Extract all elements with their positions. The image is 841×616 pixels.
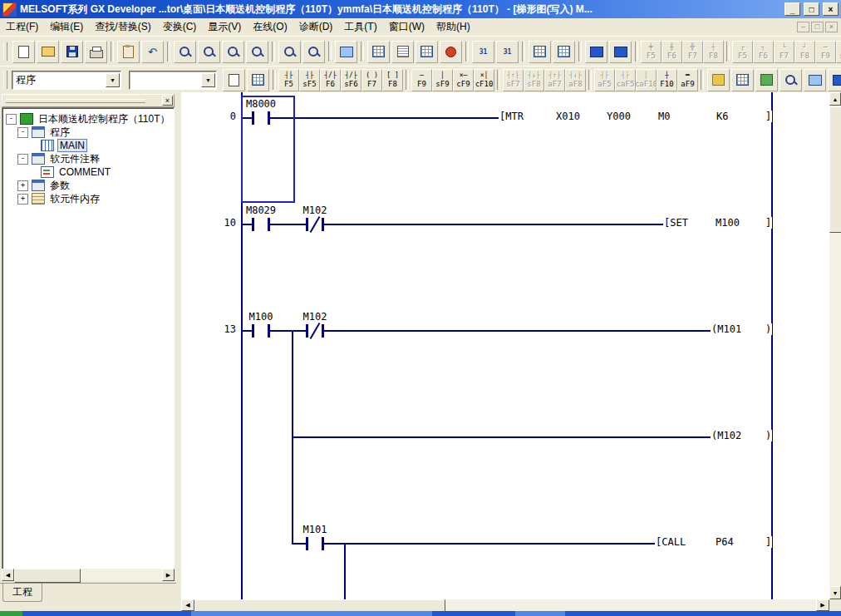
save-project-button[interactable] (61, 41, 83, 63)
menu-online[interactable]: 在线(O) (247, 18, 293, 36)
find-string-button[interactable] (222, 41, 244, 63)
convert-operation-button[interactable]: ┤├caF5 (615, 69, 636, 91)
scroll-down-icon[interactable]: ▼ (829, 586, 841, 599)
vertical-line-button[interactable]: │sF9 (432, 69, 453, 91)
menu-find-replace[interactable]: 查找/替换(S) (89, 18, 156, 36)
find-instruction-button[interactable] (198, 41, 220, 63)
minimize-button[interactable]: _ (784, 2, 800, 16)
expander-minus-icon[interactable]: - (17, 154, 28, 165)
device-display-button[interactable] (553, 41, 575, 63)
operand-x010[interactable]: X010 (555, 111, 581, 122)
close-button[interactable]: × (823, 2, 839, 16)
tree-item-device-memory[interactable]: 软元件内存 (48, 192, 101, 206)
parallel-open-contact-button[interactable]: ┤├sF5 (299, 69, 320, 91)
instruction-set[interactable]: [SET (663, 217, 689, 229)
instruction-mtr[interactable]: [MTR (499, 111, 524, 122)
parallel-falling-pulse-button[interactable]: ┤↓├aF8 (565, 69, 586, 91)
parallel-closed-contact-button[interactable]: ┤/├sF6 (341, 69, 361, 91)
contact-m101[interactable] (306, 537, 324, 550)
chevron-down-icon[interactable]: ▼ (201, 73, 215, 87)
menu-convert[interactable]: 变换(C) (157, 18, 203, 36)
operand-k6[interactable]: K6 (716, 111, 729, 122)
application-instruction-button[interactable]: [ ]F8 (382, 69, 403, 91)
device-search-combo[interactable]: ▼ (129, 71, 217, 90)
find-step-button[interactable] (302, 41, 325, 63)
operand-m0[interactable]: M0 (657, 111, 671, 122)
parallel-rising-pulse-button[interactable]: ┤↑├aF7 (544, 69, 565, 91)
tree-close-button[interactable]: × (162, 96, 173, 106)
device-use-list-button[interactable] (731, 69, 754, 91)
open-project-button[interactable] (37, 41, 59, 63)
new-project-button[interactable] (12, 41, 35, 63)
start-button-edge[interactable] (0, 611, 22, 616)
transfer-setup-button[interactable] (828, 69, 841, 91)
maximize-button[interactable]: □ (804, 2, 819, 16)
comment-edit-button[interactable] (780, 69, 802, 91)
scroll-left-icon[interactable]: ◀ (181, 599, 194, 611)
tree-hscroll-thumb[interactable] (14, 569, 81, 583)
menu-edit[interactable]: 编辑(E) (44, 18, 89, 36)
sfc-display-button[interactable] (416, 41, 438, 63)
expander-minus-icon[interactable]: - (6, 114, 17, 125)
coil-m102[interactable]: (M102 (711, 430, 742, 441)
statement-display-button[interactable]: 31 (472, 41, 494, 63)
operand-p64[interactable]: P64 (715, 536, 735, 548)
tree-item-comment[interactable]: COMMENT (57, 166, 112, 178)
contact-m100[interactable] (252, 324, 270, 338)
scroll-right-icon[interactable]: ▶ (162, 569, 175, 581)
tree-item-project-root[interactable]: 日本顺送机控制程序（110T） (37, 112, 171, 126)
draw-line-button[interactable]: ┼F10 (657, 69, 677, 91)
sfc-step-f7-button[interactable]: └F7 (774, 41, 794, 63)
drag-handle[interactable] (6, 99, 145, 103)
paste-button[interactable] (117, 41, 140, 63)
program-type-combo[interactable]: 程序 ▼ (12, 71, 121, 90)
expander-minus-icon[interactable]: - (17, 127, 28, 138)
program-check-button[interactable] (440, 41, 462, 63)
tab-project[interactable]: 工程 (2, 584, 42, 602)
mdi-restore-button[interactable]: □ (811, 22, 824, 32)
ladder-display-button[interactable] (367, 41, 390, 63)
project-data-list-button[interactable] (707, 69, 730, 91)
scroll-up-icon[interactable]: ▲ (829, 92, 841, 106)
print-button[interactable] (85, 41, 107, 63)
menu-view[interactable]: 显示(V) (202, 18, 247, 36)
rising-pulse-button[interactable]: ┤↑├sF7 (503, 69, 524, 91)
mdi-close-button[interactable]: × (825, 22, 838, 32)
vscroll-thumb[interactable] (829, 106, 841, 233)
tree-item-device-comment[interactable]: 软元件注释 (48, 152, 101, 166)
replace-device-button[interactable] (246, 41, 268, 63)
find-device-button[interactable] (174, 41, 196, 63)
contact-m8029[interactable] (252, 218, 270, 231)
ladder-list-toggle-button[interactable] (247, 69, 269, 91)
menu-project[interactable]: 工程(F) (0, 18, 44, 36)
sfc-symbol-f6-button[interactable]: ╫F6 (661, 41, 682, 63)
operand-y000[interactable]: Y000 (606, 111, 632, 122)
instruction-call[interactable]: [CALL (655, 536, 686, 548)
coil-button[interactable]: ( )F7 (361, 69, 382, 91)
sfc-symbol-f8-button[interactable]: ┼F8 (703, 41, 724, 63)
monitor-start-button[interactable] (585, 41, 607, 63)
sfc-step-f8-button[interactable]: ┘F8 (794, 41, 815, 63)
operand-m100[interactable]: M100 (715, 217, 740, 229)
list-display-button[interactable] (391, 41, 414, 63)
verify-button[interactable] (804, 69, 826, 91)
menu-tools[interactable]: 工具(T) (338, 18, 382, 36)
note-display-button[interactable]: 31 (496, 41, 519, 63)
menu-window[interactable]: 窗口(W) (383, 18, 430, 36)
horizontal-line-button[interactable]: ─F9 (411, 69, 432, 91)
display-screen-button[interactable] (335, 41, 357, 63)
comment-search-button[interactable] (223, 69, 245, 91)
mdi-minimize-button[interactable]: – (797, 22, 809, 32)
menu-diagnostics[interactable]: 诊断(D) (293, 18, 339, 36)
coil-m101[interactable]: (M101 (711, 323, 742, 335)
comment-display-button[interactable] (529, 41, 551, 63)
sfc-symbol-f7-button[interactable]: ╬F7 (682, 41, 703, 63)
ladder-editor[interactable]: 0 M8000 [MTR X010 Y000 M0 K6 ] 10 M8029 … (181, 92, 829, 599)
scroll-left-icon[interactable]: ◀ (2, 569, 14, 581)
expander-plus-icon[interactable]: + (17, 180, 28, 191)
toolbar-grip[interactable] (3, 71, 7, 89)
sfc-line-sf9-button[interactable]: │sF9 (836, 41, 841, 63)
sfc-step-f6-button[interactable]: ┐F6 (753, 41, 774, 63)
sfc-symbol-f5-button[interactable]: ╪F5 (641, 41, 661, 63)
menu-help[interactable]: 帮助(H) (430, 18, 476, 36)
